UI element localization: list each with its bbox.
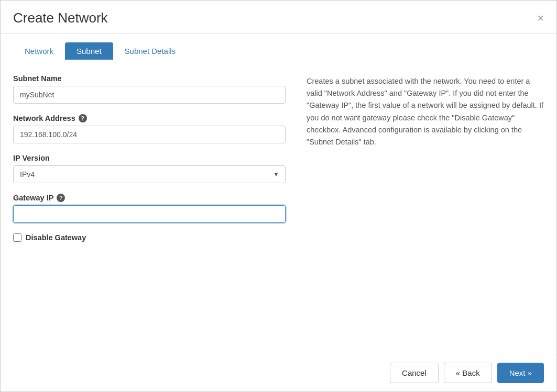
- disable-gateway-label[interactable]: Disable Gateway: [26, 233, 86, 242]
- back-button[interactable]: « Back: [444, 363, 492, 383]
- tab-network[interactable]: Network: [13, 42, 65, 60]
- ip-version-select[interactable]: IPv4 IPv6: [13, 165, 286, 183]
- modal-body: Subnet Name Network Address ? IP Version: [1, 60, 556, 354]
- gateway-ip-help-icon: ?: [57, 194, 65, 202]
- ip-version-label: IP Version: [13, 154, 286, 162]
- help-text: Creates a subnet associated with the net…: [307, 75, 544, 148]
- subnet-name-input[interactable]: [13, 86, 286, 104]
- disable-gateway-row: Disable Gateway: [13, 233, 286, 242]
- cancel-button[interactable]: Cancel: [390, 363, 439, 383]
- gateway-ip-group: Gateway IP ?: [13, 194, 286, 223]
- subnet-name-label: Subnet Name: [13, 74, 286, 83]
- tab-subnet[interactable]: Subnet: [65, 42, 113, 60]
- subnet-name-group: Subnet Name: [13, 74, 286, 104]
- modal-title: Create Network: [13, 10, 108, 26]
- create-network-modal: Create Network × Network Subnet Subnet D…: [0, 0, 557, 392]
- tab-bar: Network Subnet Subnet Details: [1, 34, 556, 60]
- network-address-help-icon: ?: [79, 114, 87, 122]
- tab-subnet-details[interactable]: Subnet Details: [113, 42, 188, 60]
- ip-version-select-wrapper: IPv4 IPv6 ▼: [13, 165, 286, 183]
- network-address-input[interactable]: [13, 126, 286, 143]
- next-button[interactable]: Next »: [497, 363, 544, 383]
- gateway-ip-input[interactable]: [13, 205, 286, 223]
- disable-gateway-checkbox[interactable]: [13, 233, 21, 242]
- gateway-ip-label: Gateway IP ?: [13, 194, 286, 202]
- ip-version-group: IP Version IPv4 IPv6 ▼: [13, 154, 286, 183]
- modal-header: Create Network ×: [1, 1, 556, 34]
- form-section: Subnet Name Network Address ? IP Version: [13, 74, 286, 345]
- network-address-label: Network Address ?: [13, 114, 286, 122]
- network-address-group: Network Address ?: [13, 114, 286, 143]
- close-button[interactable]: ×: [537, 13, 544, 24]
- help-section: Creates a subnet associated with the net…: [307, 74, 544, 345]
- modal-footer: Cancel « Back Next »: [1, 354, 556, 391]
